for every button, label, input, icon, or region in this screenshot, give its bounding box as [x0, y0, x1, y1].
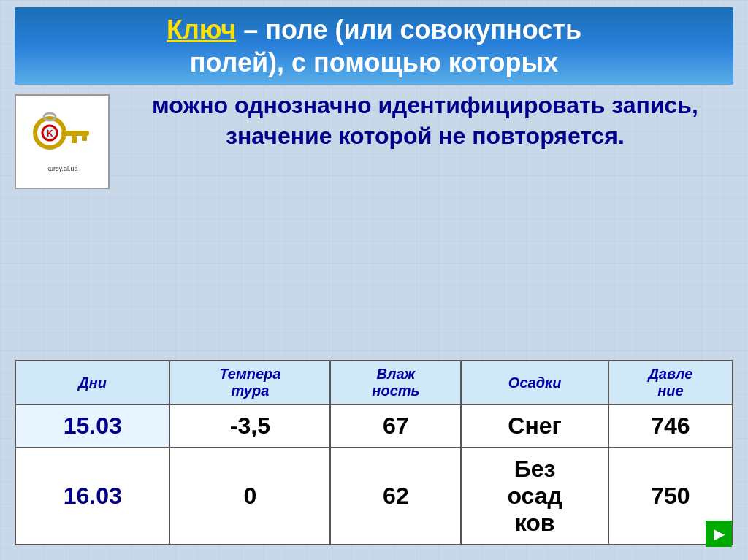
col-header-temp: Темпера­тура — [169, 361, 330, 404]
main-text-content: можно однозначно идентифицировать запись… — [152, 92, 698, 149]
title-text: Ключ – поле (или совокупность полей), с … — [29, 13, 719, 79]
svg-rect-2 — [72, 136, 77, 143]
main-description: можно однозначно идентифицировать запись… — [117, 91, 733, 151]
image-caption: kursy.al.ua — [47, 165, 78, 172]
data-table: Дни Темпера­тура Влаж­ность Осадки Давле… — [15, 360, 733, 545]
svg-rect-1 — [61, 131, 89, 136]
col-header-pressure: Давле­ние — [608, 361, 733, 404]
col-header-day: Дни — [15, 361, 169, 404]
title-rest: – поле (или совокупность — [243, 15, 581, 45]
cell-day-2: 16.03 — [15, 448, 169, 545]
content-area: K kursy.al.ua можно однозначно идентифиц… — [15, 91, 733, 349]
table-header-row: Дни Темпера­тура Влаж­ность Осадки Давле… — [15, 361, 733, 404]
title-rest-2: полей), с помощью которых — [190, 47, 559, 77]
cell-humidity-2: 62 — [330, 448, 461, 545]
cell-day-1: 15.03 — [15, 404, 169, 448]
table-row: 15.03 -3,5 67 Снег 746 — [15, 404, 733, 448]
table-row: 16.03 0 62 Безосадков 750 — [15, 448, 733, 545]
col-header-humidity: Влаж­ность — [330, 361, 461, 404]
key-svg-graphic: K — [29, 111, 95, 162]
key-image: K kursy.al.ua — [15, 94, 110, 189]
svg-text:K: K — [47, 129, 53, 139]
cell-precip-2: Безосадков — [461, 448, 608, 545]
cell-humidity-1: 67 — [330, 404, 461, 448]
next-button[interactable] — [706, 521, 732, 547]
title-bar: Ключ – поле (или совокупность полей), с … — [15, 7, 733, 85]
cell-temp-2: 0 — [169, 448, 330, 545]
table-wrapper: Дни Темпера­тура Влаж­ность Осадки Давле… — [15, 360, 733, 545]
svg-rect-3 — [82, 136, 87, 141]
cell-pressure-1: 746 — [608, 404, 733, 448]
slide: Ключ – поле (или совокупность полей), с … — [0, 0, 748, 560]
cell-precip-1: Снег — [461, 404, 608, 448]
cell-temp-1: -3,5 — [169, 404, 330, 448]
col-header-precip: Осадки — [461, 361, 608, 404]
keyword: Ключ — [167, 15, 236, 45]
